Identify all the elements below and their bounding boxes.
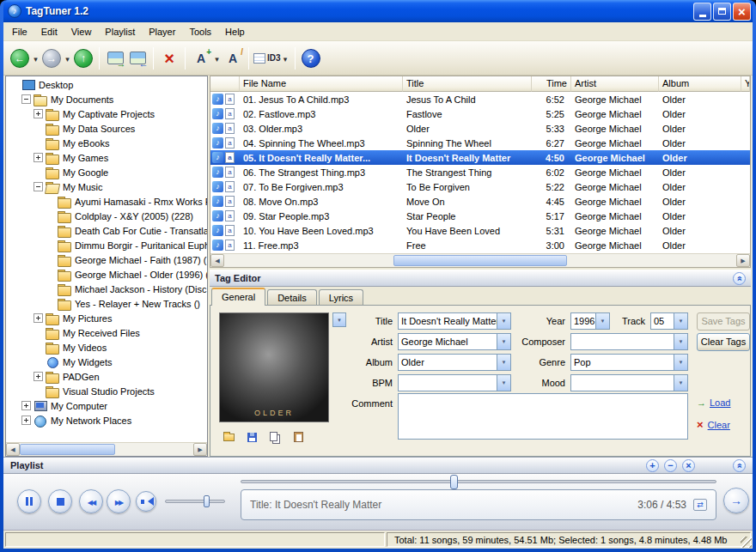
dropdown-icon[interactable] [674, 355, 687, 370]
tree-item[interactable]: My Videos [6, 340, 207, 355]
repeat-icon[interactable] [693, 499, 707, 511]
playlist-collapse-icon[interactable] [733, 459, 746, 472]
tree-hscrollbar[interactable] [6, 442, 207, 456]
delete-button[interactable] [158, 45, 180, 71]
menu-help[interactable]: Help [218, 24, 252, 39]
file-row[interactable]: 09. Star People.mp3Star People5:17George… [210, 209, 750, 223]
tree-item[interactable]: My Data Sources [6, 121, 207, 136]
help-button[interactable] [300, 45, 322, 71]
tree-item[interactable]: Yes - Relayer + New Tracks () [6, 296, 207, 311]
tree-item[interactable]: Michael Jackson - History (Disc [6, 282, 207, 296]
column-artist[interactable]: Artist [571, 76, 659, 92]
file-row[interactable]: 06. The Strangest Thing.mp3The Strangest… [210, 165, 750, 179]
tree-item[interactable]: Coldplay - X&Y (2005) (228) [6, 209, 207, 223]
column-time[interactable]: Time [532, 76, 571, 92]
forward-button[interactable] [40, 45, 63, 71]
tree-item[interactable]: Dimmu Borgir - Puritanical Euph [6, 238, 207, 252]
column-album[interactable]: Album [659, 76, 741, 92]
tree-item[interactable]: My Google [6, 165, 207, 179]
tree-item[interactable]: My Computer [6, 398, 207, 413]
playlist-clear-icon[interactable] [682, 459, 695, 472]
tag-editor-header[interactable]: Tag Editor [210, 270, 751, 287]
scroll-left-icon[interactable] [6, 443, 20, 456]
dropdown-icon[interactable] [595, 313, 609, 329]
playlist-header[interactable]: Playlist [3, 457, 753, 474]
seek-slider[interactable] [241, 480, 716, 483]
back-button[interactable] [9, 45, 31, 71]
tree-item[interactable]: My Documents [6, 92, 207, 106]
export-tags-button[interactable] [126, 45, 149, 71]
comment-textarea[interactable] [398, 393, 688, 440]
expand-icon[interactable] [34, 313, 43, 323]
save-tags-button[interactable]: Save Tags [697, 312, 750, 331]
composer-combo[interactable] [570, 333, 688, 350]
maximize-button[interactable] [713, 3, 731, 21]
menu-view[interactable]: View [64, 24, 99, 39]
tree-item[interactable]: Death Cab For Cutie - Transatla [6, 223, 207, 238]
tree-item[interactable]: My Received Files [6, 325, 207, 340]
tab-lyrics[interactable]: Lyrics [319, 289, 363, 305]
back-dropdown-icon[interactable] [31, 53, 40, 64]
tree-item[interactable]: George Michael - Older (1996) ( [6, 267, 207, 282]
tree-scroll-thumb[interactable] [20, 444, 115, 455]
collapse-icon[interactable] [21, 94, 31, 104]
tree-item[interactable]: My Music [6, 179, 207, 194]
tree-item[interactable]: PADGen [6, 369, 207, 384]
column-icons[interactable] [210, 76, 240, 92]
copy-art-button[interactable] [265, 429, 284, 445]
tree-item[interactable]: My Widgets [6, 355, 207, 369]
file-row[interactable]: 10. You Have Been Loved.mp3You Have Been… [210, 223, 750, 238]
load-art-button[interactable] [219, 429, 238, 445]
menu-tools[interactable]: Tools [182, 24, 218, 39]
scroll-right-icon[interactable] [193, 443, 207, 456]
tree-item[interactable]: Visual Studio Projects [6, 384, 207, 398]
paste-art-button[interactable] [289, 429, 308, 445]
expand-icon[interactable] [34, 109, 43, 118]
file-row[interactable]: 08. Move On.mp3Move On4:45George Michael… [210, 194, 750, 209]
tree-item[interactable]: Ayumi Hamasaki - Rmx Works F [6, 194, 207, 209]
tree-scroll-track[interactable] [20, 443, 193, 456]
collapse-icon[interactable] [34, 182, 43, 191]
tab-general[interactable]: General [211, 288, 265, 306]
tree-item[interactable]: My Games [6, 150, 207, 165]
playlist-add-icon[interactable] [646, 459, 659, 472]
volume-slider-thumb[interactable] [204, 495, 210, 507]
title-bar[interactable]: TagTuner 1.2 [3, 0, 753, 22]
tree-item[interactable]: My eBooks [6, 136, 207, 150]
pause-button[interactable] [17, 489, 41, 513]
tree-item[interactable]: My Captivate Projects [6, 106, 207, 121]
seek-slider-thumb[interactable] [450, 475, 458, 489]
generate-tags-dropdown-icon[interactable] [212, 53, 222, 64]
file-list-scroll-track[interactable] [224, 254, 736, 267]
tree-item[interactable]: Desktop [6, 77, 207, 92]
minimize-button[interactable] [693, 3, 711, 21]
menu-file[interactable]: File [5, 24, 34, 39]
resize-grip[interactable] [741, 537, 752, 548]
scroll-left-icon[interactable] [210, 254, 224, 267]
clear-art-link[interactable]: Clear [697, 418, 730, 431]
clear-tags-button[interactable]: Clear Tags [697, 333, 750, 351]
tab-details[interactable]: Details [267, 289, 317, 305]
playlist-remove-icon[interactable] [664, 459, 677, 472]
up-button[interactable] [72, 45, 94, 71]
tree-item[interactable]: My Pictures [6, 311, 207, 325]
volume-button[interactable] [136, 491, 156, 512]
menu-edit[interactable]: Edit [34, 24, 64, 39]
tag-editor-collapse-icon[interactable] [733, 272, 746, 285]
tree-item[interactable]: George Michael - Faith (1987) ( [6, 252, 207, 267]
file-row[interactable]: 04. Spinning The Wheel.mp3Spinning The W… [210, 136, 750, 150]
mood-combo[interactable] [570, 374, 688, 391]
generate-tags-button[interactable] [190, 45, 212, 71]
id3-version-button[interactable]: ID3 [253, 45, 281, 71]
menu-playlist[interactable]: Playlist [98, 24, 142, 39]
dropdown-icon[interactable] [674, 334, 687, 349]
close-button[interactable] [733, 3, 751, 21]
column-file-name[interactable]: File Name [240, 76, 403, 92]
year-combo[interactable]: 1996 [570, 312, 610, 330]
file-row[interactable]: 05. It Doesn't Really Matter...It Doesn'… [210, 150, 750, 165]
load-art-link[interactable]: Load [697, 397, 730, 408]
column-year[interactable]: Y [741, 76, 750, 92]
file-row[interactable]: 03. Older.mp3Older5:33George MichaelOlde… [210, 121, 750, 136]
import-tags-button[interactable] [104, 45, 126, 71]
forward-dropdown-icon[interactable] [63, 53, 72, 64]
